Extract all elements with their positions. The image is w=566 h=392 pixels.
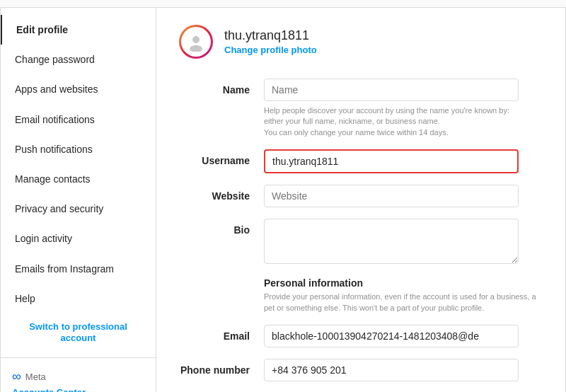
name-input[interactable] — [264, 79, 519, 101]
website-field — [264, 185, 519, 207]
sidebar-item-emails-instagram[interactable]: Emails from Instagram — [1, 254, 156, 284]
sidebar-meta: ∞ Meta Accounts Center Control settings … — [1, 357, 156, 392]
sidebar-item-privacy-security[interactable]: Privacy and security — [1, 194, 156, 224]
phone-input[interactable] — [264, 359, 519, 381]
sidebar-nav: Edit profile Change password Apps and we… — [1, 15, 156, 357]
name-row: Name Help people discover your account b… — [179, 79, 543, 138]
sidebar-item-email-notifications[interactable]: Email notifications — [1, 105, 156, 134]
personal-info-title: Personal information — [264, 277, 543, 289]
bio-label: Bio — [179, 219, 264, 236]
username-row: Username — [179, 149, 543, 173]
sidebar-item-change-password[interactable]: Change password — [1, 45, 156, 74]
profile-info-header: thu.ytranq1811 Change profile photo — [224, 28, 317, 55]
phone-row: Phone number — [179, 359, 543, 381]
phone-field — [264, 359, 519, 381]
sidebar-item-manage-contacts[interactable]: Manage contacts — [1, 164, 156, 194]
accounts-center-link[interactable]: Accounts Center — [12, 387, 144, 392]
sidebar-item-edit-profile[interactable]: Edit profile — [1, 15, 156, 45]
website-input[interactable] — [264, 185, 519, 207]
personal-info-description: Provide your personal information, even … — [264, 292, 543, 313]
phone-label: Phone number — [179, 359, 264, 376]
sidebar-item-help[interactable]: Help — [1, 284, 156, 313]
svg-point-0 — [192, 36, 200, 43]
sidebar-item-login-activity[interactable]: Login activity — [1, 224, 156, 253]
name-field: Help people discover your account by usi… — [264, 79, 519, 138]
email-label: Email — [179, 325, 264, 342]
bio-field — [264, 219, 519, 266]
avatar — [179, 25, 213, 59]
sidebar-item-apps-websites[interactable]: Apps and websites — [1, 74, 156, 104]
main-content: thu.ytranq1811 Change profile photo Name… — [156, 8, 565, 392]
username-input[interactable] — [264, 149, 519, 173]
profile-username: thu.ytranq1811 — [224, 28, 317, 43]
website-label: Website — [179, 185, 264, 202]
bio-row: Bio — [179, 219, 543, 266]
switch-professional-link[interactable]: Switch to professional account — [29, 321, 127, 343]
profile-header: thu.ytranq1811 Change profile photo — [179, 25, 543, 59]
sidebar: Edit profile Change password Apps and we… — [1, 8, 156, 392]
name-label: Name — [179, 79, 264, 96]
meta-logo: ∞ Meta — [12, 369, 144, 384]
website-row: Website — [179, 185, 543, 207]
svg-point-1 — [190, 45, 202, 52]
change-photo-link[interactable]: Change profile photo — [224, 45, 317, 55]
email-input[interactable] — [264, 325, 519, 347]
personal-info-block: Personal information Provide your person… — [264, 277, 543, 313]
meta-logo-text: Meta — [25, 371, 46, 382]
username-field — [264, 149, 519, 173]
email-field — [264, 325, 519, 347]
name-help: Help people discover your account by usi… — [264, 105, 519, 138]
sidebar-item-push-notifications[interactable]: Push notifications — [1, 134, 156, 164]
sidebar-professional: Switch to professional account — [1, 313, 156, 357]
email-row: Email — [179, 325, 543, 347]
username-label: Username — [179, 149, 264, 166]
meta-icon: ∞ — [12, 369, 21, 384]
bio-input[interactable] — [264, 219, 519, 264]
avatar-image — [181, 27, 211, 57]
